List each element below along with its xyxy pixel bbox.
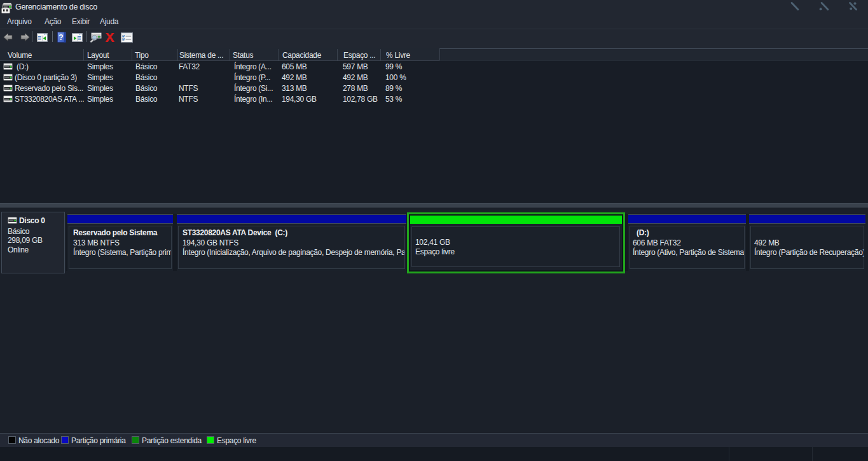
svg-text:?: ? <box>59 33 63 42</box>
